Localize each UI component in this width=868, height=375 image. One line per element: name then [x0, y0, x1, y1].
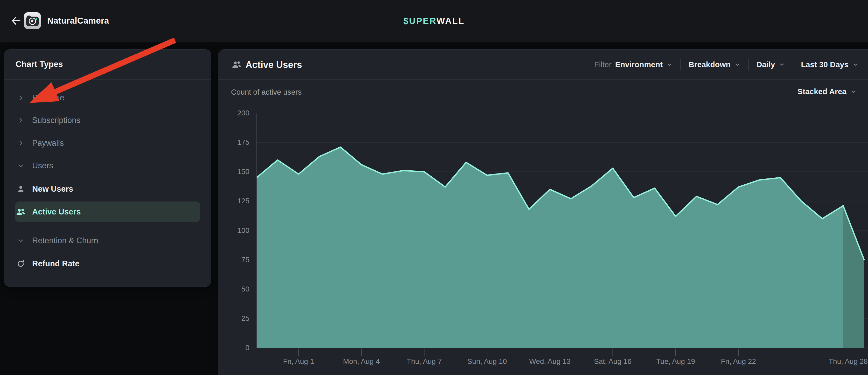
y-axis-label: 25	[241, 314, 249, 322]
sidebar-item-label: Subscriptions	[32, 116, 81, 125]
area-fill-incomplete	[843, 206, 864, 348]
active-users-panel: Active Users Filter Environment Breakdow…	[218, 49, 868, 375]
left-arrow-icon	[10, 15, 22, 27]
chevron-down-icon	[15, 237, 26, 244]
sidebar-item-label: New Users	[32, 184, 73, 194]
y-axis-label: 100	[237, 226, 249, 235]
camera-app-icon	[24, 12, 41, 29]
x-axis-label: Mon, Aug 4	[343, 357, 380, 366]
people-icon	[15, 207, 26, 217]
sidebar-item-label: Retention & Churn	[32, 236, 98, 245]
sidebar-item-active-users[interactable]: Active Users	[15, 201, 200, 222]
x-axis-label: Thu, Aug 28	[829, 357, 868, 366]
sidebar-item-paywalls[interactable]: Paywalls	[15, 133, 200, 154]
x-axis-label: Wed, Aug 13	[529, 357, 570, 366]
sidebar-item-label: Active Users	[32, 207, 81, 217]
top-bar: NaturalCamera $UPERWALL	[0, 0, 868, 41]
x-axis-label: Thu, Aug 7	[407, 357, 442, 366]
sidebar-item-retention-churn[interactable]: Retention & Churn	[15, 230, 200, 251]
sidebar-item-subscriptions[interactable]: Subscriptions	[15, 110, 200, 131]
y-axis-label: 0	[245, 344, 249, 352]
y-axis-label: 150	[237, 167, 249, 176]
x-axis-label: Fri, Aug 22	[721, 357, 756, 366]
sidebar-item-label: Revenue	[32, 93, 64, 102]
y-axis-label: 50	[241, 285, 249, 293]
app-name: NaturalCamera	[47, 16, 109, 26]
x-axis-label: Tue, Aug 19	[656, 357, 695, 366]
refresh-icon	[15, 259, 26, 268]
sidebar-item-label: Users	[32, 161, 53, 170]
person-icon	[15, 185, 26, 193]
active-users-area-chart: 0255075100125150175200Fri, Aug 1Mon, Aug…	[218, 50, 868, 375]
chevron-right-icon	[15, 140, 26, 147]
sidebar-item-label: Paywalls	[32, 138, 64, 148]
sidebar-item-refund-rate[interactable]: Refund Rate	[15, 253, 200, 274]
y-axis-label: 200	[237, 109, 249, 117]
sidebar-item-revenue[interactable]: Revenue	[15, 87, 200, 108]
y-axis-label: 75	[241, 256, 249, 264]
logo-teal-part: $UPER	[403, 15, 437, 25]
chevron-right-icon	[15, 117, 26, 124]
area-fill	[257, 147, 864, 348]
y-axis-label: 125	[237, 197, 249, 205]
x-axis-label: Sun, Aug 10	[467, 357, 507, 366]
sidebar-item-label: Refund Rate	[32, 259, 80, 269]
x-axis-label: Fri, Aug 1	[283, 357, 314, 366]
chart-types-sidebar: Chart Types Revenue Subscriptions Paywal…	[4, 49, 211, 287]
superwall-logo: $UPERWALL	[403, 15, 465, 26]
sidebar-item-users[interactable]: Users	[15, 155, 200, 176]
y-axis-label: 175	[237, 138, 249, 146]
sidebar-item-new-users[interactable]: New Users	[15, 179, 200, 199]
x-axis-label: Sat, Aug 16	[594, 357, 631, 366]
chevron-right-icon	[15, 94, 26, 101]
logo-white-part: WALL	[437, 15, 465, 25]
sidebar-title: Chart Types	[16, 59, 63, 69]
chevron-down-icon	[15, 162, 26, 169]
back-button[interactable]	[9, 13, 23, 28]
